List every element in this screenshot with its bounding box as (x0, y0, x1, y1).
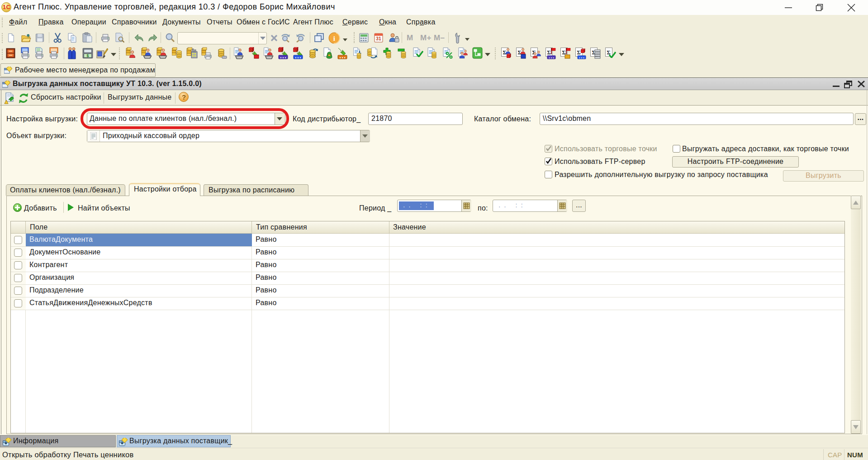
svg-text:31: 31 (376, 36, 381, 41)
svg-text:i: i (333, 35, 335, 42)
